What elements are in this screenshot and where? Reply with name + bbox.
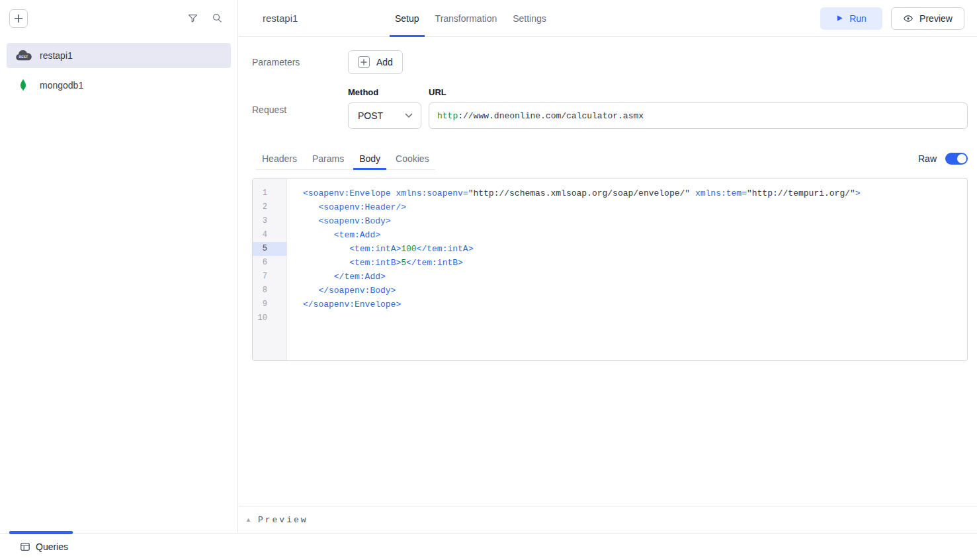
code-line[interactable]: <soapenv:Envelope xmlns:soapenv="http://… <box>303 186 967 200</box>
add-parameter-button[interactable]: Add <box>348 50 403 74</box>
tab-settings[interactable]: Settings <box>507 0 552 36</box>
svg-text:REST: REST <box>19 54 28 58</box>
tab-label: Cookies <box>396 153 429 164</box>
queries-tab-label: Queries <box>36 541 68 552</box>
method-select[interactable]: POST <box>348 102 421 129</box>
tab-label: Setup <box>395 13 419 24</box>
tab-transformation[interactable]: Transformation <box>430 0 503 36</box>
search-icon <box>212 13 223 24</box>
response-preview-label: Preview <box>258 515 308 525</box>
line-number[interactable]: 2 <box>253 200 286 214</box>
query-editor-pane: restapi1 Setup Transformation Settings <box>239 0 977 533</box>
tab-label: Params <box>312 153 344 164</box>
raw-toggle[interactable] <box>945 153 968 165</box>
query-item-mongodb1[interactable]: mongodb1 <box>7 73 231 98</box>
new-query-button[interactable] <box>9 9 28 28</box>
query-item-label: mongodb1 <box>40 80 83 91</box>
line-number[interactable]: 9 <box>253 298 286 311</box>
plus-icon <box>358 56 370 68</box>
tab-label: Body <box>359 153 380 164</box>
line-number[interactable]: 1 <box>253 186 286 200</box>
query-header: restapi1 Setup Transformation Settings <box>239 0 977 37</box>
tab-label: Transformation <box>435 13 497 24</box>
code-line[interactable]: </soapenv:Body> <box>303 284 967 298</box>
bottom-pane-tabs: Queries <box>0 533 977 560</box>
code-line[interactable]: <soapenv:Body> <box>303 214 967 228</box>
url-label: URL <box>429 87 968 97</box>
tab-params[interactable]: Params <box>306 147 350 169</box>
queries-active-indicator <box>9 531 73 534</box>
eye-icon <box>903 13 913 24</box>
request-config-tabs-row: Headers Params Body Cookies Raw <box>252 147 968 170</box>
play-icon <box>836 15 843 22</box>
queries-icon <box>20 541 30 552</box>
collapse-up-icon: ▲ <box>245 516 251 523</box>
query-header-tabs: Setup Transformation Settings <box>390 0 552 36</box>
url-field: URL http://www.dneonline.com/calculator.… <box>429 87 968 129</box>
code-line[interactable]: <tem:intA>100</tem:intA> <box>303 242 967 256</box>
setup-form: Parameters Add Request Method POST <box>239 37 977 361</box>
editor-gutter: 12345678910 <box>253 179 287 360</box>
chevron-down-icon <box>405 113 413 118</box>
request-config-tabs: Headers Params Body Cookies <box>256 147 435 170</box>
editor-code[interactable]: <soapenv:Envelope xmlns:soapenv="http://… <box>287 179 967 360</box>
line-number[interactable]: 10 <box>253 311 286 325</box>
code-line[interactable]: </tem:Add> <box>303 270 967 284</box>
line-number[interactable]: 3 <box>253 214 286 228</box>
tab-label: Headers <box>262 153 297 164</box>
code-line[interactable]: <tem:Add> <box>303 228 967 242</box>
rest-api-icon: REST <box>14 50 32 62</box>
header-actions: Run Preview <box>820 7 964 30</box>
line-number[interactable]: 4 <box>253 228 286 242</box>
request-label: Request <box>252 87 348 129</box>
body-code-editor[interactable]: 12345678910 <soapenv:Envelope xmlns:soap… <box>252 178 968 361</box>
response-preview-bar[interactable]: ▲ Preview <box>239 506 977 533</box>
line-number[interactable]: 8 <box>253 284 286 298</box>
request-row: Request Method POST URL http://www. <box>252 87 968 129</box>
add-button-label: Add <box>376 57 393 67</box>
run-button[interactable]: Run <box>820 7 882 30</box>
queries-sidebar: REST restapi1 mongodb1 <box>0 0 238 533</box>
query-list: REST restapi1 mongodb1 <box>0 36 237 104</box>
raw-toggle-group: Raw <box>918 147 968 170</box>
code-line[interactable]: <tem:intB>5</tem:intB> <box>303 256 967 270</box>
url-input[interactable]: http://www.dneonline.com/calculator.asmx <box>429 102 968 129</box>
code-line[interactable]: <soapenv:Header/> <box>303 200 967 214</box>
query-item-restapi1[interactable]: REST restapi1 <box>7 43 231 68</box>
query-title[interactable]: restapi1 <box>263 13 298 24</box>
line-number[interactable]: 5 <box>253 242 286 256</box>
line-number[interactable]: 6 <box>253 256 286 270</box>
raw-label: Raw <box>918 153 937 164</box>
code-line[interactable] <box>303 311 967 325</box>
filter-icon <box>187 13 198 24</box>
toggle-knob <box>957 154 966 163</box>
query-item-label: restapi1 <box>40 50 73 61</box>
code-line[interactable]: </soapenv:Envelope> <box>303 298 967 311</box>
tab-cookies[interactable]: Cookies <box>390 147 435 169</box>
search-button[interactable] <box>212 13 223 24</box>
tab-headers[interactable]: Headers <box>256 147 303 169</box>
method-label: Method <box>348 87 421 97</box>
sidebar-toolbar <box>0 0 237 36</box>
run-button-label: Run <box>849 13 867 24</box>
preview-button[interactable]: Preview <box>891 7 964 30</box>
method-value: POST <box>358 110 383 121</box>
method-field: Method POST <box>348 87 421 129</box>
preview-button-label: Preview <box>919 13 953 24</box>
tab-body[interactable]: Body <box>353 147 386 169</box>
queries-tab[interactable]: Queries <box>20 541 68 552</box>
parameters-row: Parameters Add <box>252 50 968 74</box>
plus-icon <box>14 14 23 23</box>
parameters-label: Parameters <box>252 50 348 74</box>
line-number[interactable]: 7 <box>253 270 286 284</box>
tab-setup[interactable]: Setup <box>390 0 425 36</box>
tab-label: Settings <box>513 13 546 24</box>
filter-button[interactable] <box>187 13 198 24</box>
mongodb-icon <box>14 78 32 93</box>
